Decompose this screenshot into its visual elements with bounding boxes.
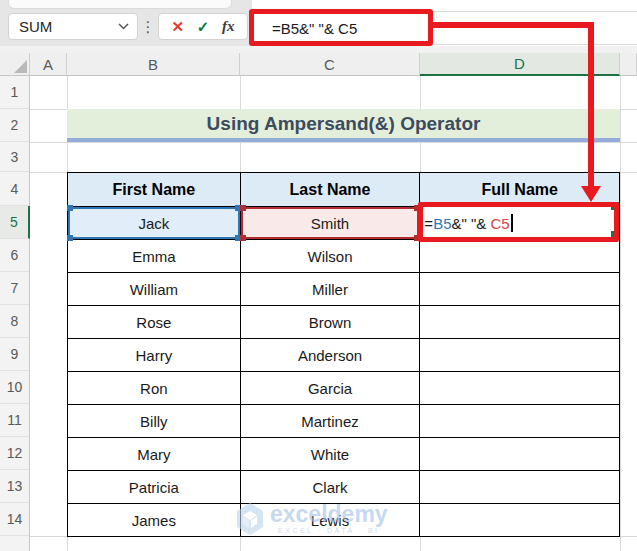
enter-icon[interactable]: ✓ bbox=[197, 18, 210, 36]
cell[interactable] bbox=[420, 471, 620, 504]
name-box[interactable]: SUM bbox=[8, 13, 138, 40]
cell[interactable]: Patricia bbox=[68, 471, 241, 504]
row-header-10[interactable]: 10 bbox=[0, 371, 29, 404]
annotation-box-formula-bar bbox=[249, 9, 433, 46]
gridline bbox=[30, 142, 637, 143]
column-header-a[interactable]: A bbox=[30, 53, 67, 76]
cell[interactable] bbox=[420, 504, 620, 537]
row-header-12[interactable]: 12 bbox=[0, 437, 29, 470]
cell[interactable]: Emma bbox=[68, 240, 241, 273]
row-header-3[interactable]: 3 bbox=[0, 142, 29, 172]
cell-c5-referenced[interactable]: Smith bbox=[241, 207, 421, 240]
name-box-value: SUM bbox=[19, 18, 118, 35]
gridline bbox=[620, 76, 621, 551]
header-last-name[interactable]: Last Name bbox=[241, 173, 421, 207]
cell[interactable]: Brown bbox=[241, 306, 421, 339]
table-row: Ron Garcia bbox=[68, 372, 620, 405]
row-header-1[interactable]: 1 bbox=[0, 76, 29, 109]
annotation-arrow-line bbox=[588, 22, 594, 186]
table-row: Mary White bbox=[68, 438, 620, 471]
cell[interactable]: Anderson bbox=[241, 339, 421, 372]
cell[interactable] bbox=[420, 438, 620, 471]
cell[interactable]: Rose bbox=[68, 306, 241, 339]
row-header-4[interactable]: 4 bbox=[0, 172, 29, 206]
cell[interactable]: Miller bbox=[241, 273, 421, 306]
table-row: Harry Anderson bbox=[68, 339, 620, 372]
table-row: Rose Brown bbox=[68, 306, 620, 339]
worksheet-title: Using Ampersand(&) Operator bbox=[207, 113, 481, 135]
column-header-b[interactable]: B bbox=[67, 53, 240, 76]
row-header-6[interactable]: 6 bbox=[0, 239, 29, 272]
row-header-11[interactable]: 11 bbox=[0, 404, 29, 437]
cell[interactable]: Lewis bbox=[241, 504, 421, 537]
table-row: James Lewis bbox=[68, 504, 620, 537]
more-dots-icon[interactable]: ⋮ bbox=[141, 13, 155, 40]
ribbon-edge bbox=[8, 0, 232, 9]
range-handle bbox=[240, 205, 246, 211]
cancel-icon[interactable]: ✕ bbox=[172, 18, 185, 36]
table-row: Patricia Clark bbox=[68, 471, 620, 504]
row-header-13[interactable]: 13 bbox=[0, 470, 29, 503]
cell[interactable]: Martinez bbox=[241, 405, 421, 438]
select-all-icon bbox=[14, 60, 27, 73]
annotation-arrow-line bbox=[433, 22, 593, 28]
cell[interactable]: William bbox=[68, 273, 241, 306]
column-headers: A B C D bbox=[0, 53, 637, 76]
table-row: William Miller bbox=[68, 273, 620, 306]
row-header-5-selected[interactable]: 5 bbox=[0, 206, 30, 239]
row-header-15-partial[interactable] bbox=[0, 536, 29, 551]
cell[interactable]: James bbox=[68, 504, 241, 537]
header-first-name[interactable]: First Name bbox=[68, 173, 241, 207]
annotation-arrowhead-icon bbox=[581, 186, 601, 202]
cell[interactable]: Clark bbox=[241, 471, 421, 504]
cell[interactable]: Billy bbox=[68, 405, 241, 438]
row-header-2[interactable]: 2 bbox=[0, 109, 29, 142]
table-row: Billy Martinez bbox=[68, 405, 620, 438]
row-header-14[interactable]: 14 bbox=[0, 503, 29, 536]
cell[interactable]: Garcia bbox=[241, 372, 421, 405]
row-header-7[interactable]: 7 bbox=[0, 272, 29, 305]
range-handle bbox=[240, 235, 246, 241]
annotation-box-d5 bbox=[418, 202, 619, 242]
cell[interactable]: Mary bbox=[68, 438, 241, 471]
cell[interactable]: Wilson bbox=[241, 240, 421, 273]
range-handle bbox=[67, 235, 73, 241]
cell[interactable] bbox=[420, 306, 620, 339]
row-header-8[interactable]: 8 bbox=[0, 305, 29, 338]
cell[interactable] bbox=[420, 339, 620, 372]
formula-buttons: ✕ ✓ fx bbox=[158, 13, 248, 40]
cell[interactable] bbox=[420, 372, 620, 405]
worksheet-title-cell[interactable]: Using Ampersand(&) Operator bbox=[67, 109, 620, 142]
cell-value: Jack bbox=[138, 215, 169, 232]
chevron-down-icon[interactable] bbox=[118, 23, 129, 30]
cell[interactable] bbox=[420, 405, 620, 438]
column-header-c[interactable]: C bbox=[240, 53, 420, 76]
insert-function-icon[interactable]: fx bbox=[222, 18, 235, 35]
row-header-9[interactable]: 9 bbox=[0, 338, 29, 371]
cell-b5-referenced[interactable]: Jack bbox=[68, 207, 241, 240]
table-row: Emma Wilson bbox=[68, 240, 620, 273]
cell-value: Smith bbox=[311, 215, 349, 232]
column-header-e-partial[interactable] bbox=[620, 53, 637, 76]
cell[interactable]: White bbox=[241, 438, 421, 471]
cell[interactable] bbox=[420, 240, 620, 273]
select-all-button[interactable] bbox=[0, 53, 30, 76]
toolbar-divider bbox=[0, 46, 637, 53]
excel-window: SUM ⋮ ✕ ✓ fx =B5&" "& C5 A B C D 1 2 3 4… bbox=[0, 0, 637, 551]
range-handle bbox=[67, 205, 73, 211]
cell[interactable] bbox=[420, 273, 620, 306]
cell[interactable]: Ron bbox=[68, 372, 241, 405]
cell[interactable]: Harry bbox=[68, 339, 241, 372]
row-headers: 1 2 3 4 5 6 7 8 9 10 11 12 13 14 bbox=[0, 76, 30, 551]
